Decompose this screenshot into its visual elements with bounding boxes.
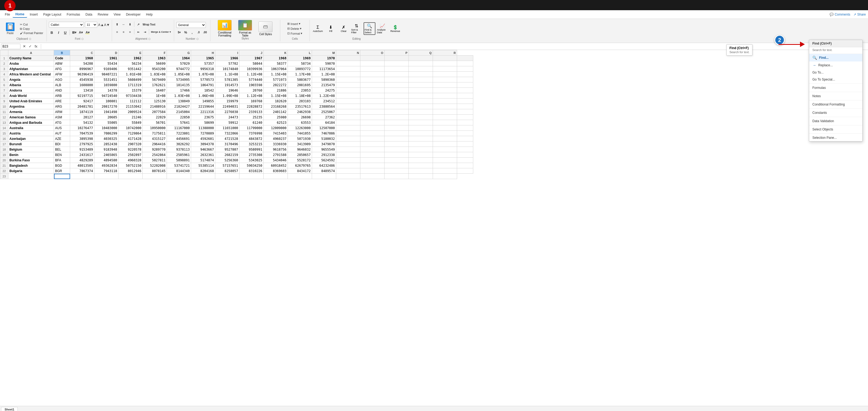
- cell[interactable]: [433, 168, 457, 174]
- cell[interactable]: [457, 158, 473, 163]
- italic-button[interactable]: I: [56, 30, 62, 35]
- cell[interactable]: 20481781: [70, 104, 94, 109]
- cell[interactable]: 4960237: [264, 136, 288, 141]
- cell[interactable]: 2907320: [119, 141, 143, 147]
- cell[interactable]: 2339133: [240, 109, 264, 115]
- cell[interactable]: 9646032: [288, 147, 312, 152]
- cell[interactable]: AFG: [54, 66, 70, 72]
- cell[interactable]: 3479070: [312, 141, 336, 147]
- cell[interactable]: [384, 147, 409, 152]
- cell[interactable]: Albania: [8, 82, 54, 88]
- cell[interactable]: 7047539: [70, 131, 94, 136]
- col-header-p[interactable]: P: [384, 50, 409, 56]
- cell[interactable]: ARG: [54, 104, 70, 109]
- col-header-o[interactable]: O: [360, 50, 384, 56]
- insert-function-button[interactable]: fx: [33, 44, 39, 49]
- clear-button[interactable]: ✗ Clear: [338, 24, 350, 33]
- cell[interactable]: 26698: [288, 115, 312, 120]
- cell[interactable]: 20127: [70, 115, 94, 120]
- cell[interactable]: 1.09E+08: [215, 93, 240, 99]
- cell[interactable]: [409, 56, 433, 61]
- find-select-button[interactable]: 🔍 Find & Select: [364, 22, 375, 35]
- menu-home[interactable]: Home: [12, 11, 27, 18]
- cell[interactable]: 138049: [167, 99, 191, 104]
- cell[interactable]: BFA: [54, 158, 70, 163]
- cell[interactable]: [457, 82, 473, 88]
- cell[interactable]: 9580991: [240, 147, 264, 152]
- cell[interactable]: 1970: [312, 56, 336, 61]
- cell[interactable]: ARB: [54, 93, 70, 99]
- cell[interactable]: 4315127: [143, 136, 167, 141]
- cell[interactable]: 2735308: [240, 152, 264, 158]
- cell[interactable]: 11799000: [240, 125, 264, 131]
- col-header-k[interactable]: K: [264, 50, 288, 56]
- cell[interactable]: 1.22E+08: [312, 93, 336, 99]
- cell[interactable]: [409, 93, 433, 99]
- cell[interactable]: [360, 120, 384, 125]
- font-size-select[interactable]: 11: [85, 22, 97, 28]
- menu-developer[interactable]: Developer: [123, 11, 144, 18]
- cell[interactable]: [433, 120, 457, 125]
- cell[interactable]: 5781305: [215, 77, 240, 82]
- cell[interactable]: 1E+08: [143, 93, 167, 99]
- cell[interactable]: 2462938: [288, 109, 312, 115]
- dropdown-item[interactable]: Go To...: [809, 69, 862, 76]
- cell[interactable]: 54208: [70, 61, 94, 66]
- dropdown-item[interactable]: →Replace...: [809, 62, 862, 69]
- cell[interactable]: [409, 77, 433, 82]
- cell[interactable]: [457, 72, 473, 77]
- cell[interactable]: 7322066: [215, 131, 240, 136]
- cell[interactable]: 3253215: [240, 141, 264, 147]
- dropdown-item[interactable]: Select Objects: [809, 126, 862, 133]
- cell[interactable]: 3094378: [191, 141, 215, 147]
- autosum-button[interactable]: Σ AutoSum: [312, 25, 324, 33]
- cell[interactable]: [384, 120, 409, 125]
- cell[interactable]: 9956318: [191, 66, 215, 72]
- cell[interactable]: 4843872: [240, 136, 264, 141]
- cell[interactable]: [288, 174, 312, 179]
- cell[interactable]: 59070: [312, 61, 336, 66]
- cell[interactable]: [336, 141, 360, 147]
- cell[interactable]: [457, 141, 473, 147]
- cell[interactable]: [336, 88, 360, 93]
- cell[interactable]: Burkina Faso: [8, 158, 54, 163]
- cell[interactable]: 1.05E+08: [167, 72, 191, 77]
- cell[interactable]: [409, 131, 433, 136]
- menu-help[interactable]: Help: [143, 11, 155, 18]
- cell[interactable]: [384, 88, 409, 93]
- cell[interactable]: 57641: [167, 120, 191, 125]
- cell[interactable]: 7467086: [312, 131, 336, 136]
- cell[interactable]: [360, 152, 384, 158]
- cell[interactable]: 2964416: [143, 141, 167, 147]
- cell[interactable]: 55385114: [191, 163, 215, 168]
- cell[interactable]: 98407221: [94, 72, 119, 77]
- cell[interactable]: BEN: [54, 152, 70, 158]
- cell[interactable]: 17466: [167, 88, 191, 93]
- cell[interactable]: 23517613: [288, 104, 312, 109]
- cell[interactable]: 13410: [70, 88, 94, 93]
- cell[interactable]: 1960: [70, 56, 94, 61]
- cell[interactable]: 50752150: [119, 163, 143, 168]
- cell[interactable]: 22850: [167, 115, 191, 120]
- cell[interactable]: 55005: [94, 120, 119, 125]
- cell[interactable]: 5343025: [240, 158, 264, 163]
- cell[interactable]: 3413909: [288, 141, 312, 147]
- cell[interactable]: 5770573: [191, 77, 215, 82]
- cell[interactable]: Australia: [8, 125, 54, 131]
- cell[interactable]: [457, 152, 473, 158]
- cell[interactable]: 59034250: [240, 163, 264, 168]
- cell[interactable]: 5608499: [119, 77, 143, 82]
- cell[interactable]: AND: [54, 88, 70, 93]
- cell[interactable]: 1965: [191, 56, 215, 61]
- col-header-e[interactable]: E: [119, 50, 143, 56]
- col-header-q[interactable]: Q: [409, 50, 433, 56]
- cell[interactable]: 10637064: [264, 66, 288, 72]
- cell-styles-button[interactable]: 🗃 Cell Styles: [256, 22, 275, 36]
- cell[interactable]: 52202008: [143, 163, 167, 168]
- cell[interactable]: 7376998: [240, 131, 264, 136]
- paste-button[interactable]: 📋 Paste: [3, 21, 17, 36]
- cell[interactable]: [409, 120, 433, 125]
- cell[interactable]: [360, 109, 384, 115]
- cell[interactable]: [360, 163, 384, 168]
- cell[interactable]: 1914573: [215, 82, 240, 88]
